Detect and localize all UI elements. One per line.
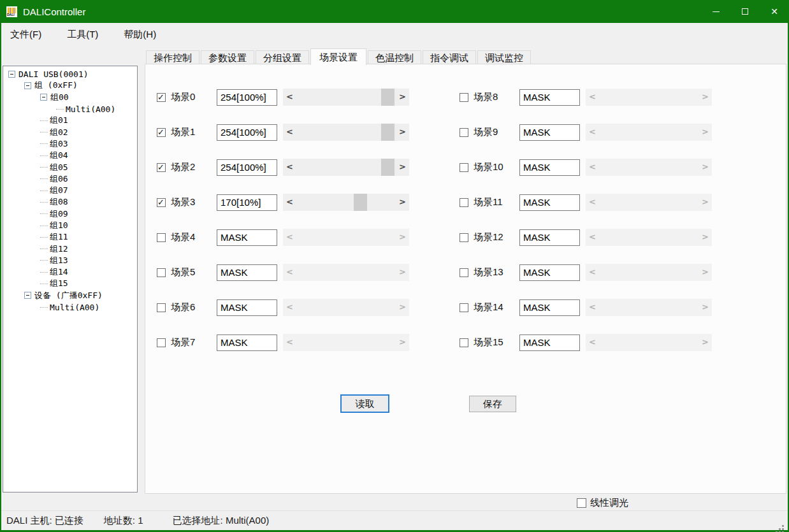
scene-value-input[interactable] [217, 194, 277, 211]
scene-row: 场景9<> [460, 124, 714, 141]
tree-expander-icon[interactable] [40, 94, 47, 101]
tree-item[interactable]: 组13 [3, 255, 137, 266]
scene-value-input[interactable] [519, 159, 580, 176]
scene-value-input[interactable] [519, 89, 580, 106]
scene-scrollbar[interactable]: <> [283, 194, 409, 211]
tab-parameter-settings[interactable]: 参数设置 [201, 50, 254, 64]
scrollbar-left-arrow-icon[interactable]: < [284, 124, 295, 141]
scene-checkbox[interactable] [460, 163, 468, 172]
scene-value-input[interactable] [519, 124, 580, 141]
tree-item[interactable]: 组14 [3, 266, 137, 278]
tree-expander-icon[interactable] [8, 71, 15, 78]
scene-checkbox[interactable] [460, 93, 468, 102]
tree-item[interactable]: 组 (0xFF) [3, 80, 137, 91]
scene-checkbox[interactable] [157, 303, 166, 312]
scrollbar-right-arrow-icon[interactable]: > [397, 124, 408, 141]
scene-checkbox[interactable] [460, 303, 468, 312]
scene-value-input[interactable] [217, 264, 277, 281]
scene-value-input[interactable] [217, 229, 277, 246]
scene-label: 场景4 [171, 231, 212, 243]
scene-scrollbar: <> [586, 334, 712, 351]
scene-checkbox[interactable] [460, 338, 468, 347]
menu-help[interactable]: 帮助(H) [117, 24, 163, 45]
scrollbar-thumb[interactable] [381, 159, 394, 176]
scene-value-input[interactable] [519, 264, 580, 281]
scene-scrollbar[interactable]: <> [283, 159, 409, 176]
tree-expander-icon[interactable] [24, 292, 31, 299]
tab-grouping-settings[interactable]: 分组设置 [256, 50, 309, 64]
scene-checkbox[interactable] [157, 268, 166, 277]
tree-item[interactable]: 组04 [3, 150, 137, 161]
scene-value-input[interactable] [519, 229, 580, 246]
tree-item[interactable]: 组08 [3, 196, 137, 208]
tree-item[interactable]: Multi(A00) [3, 103, 137, 115]
tree-item[interactable]: 设备 (广播0xFF) [3, 290, 137, 301]
tree-item[interactable]: 组00 [3, 92, 137, 103]
scene-value-input[interactable] [217, 89, 277, 106]
tab-debug-monitor[interactable]: 调试监控 [477, 50, 531, 64]
scene-checkbox[interactable] [460, 268, 468, 277]
scene-value-input[interactable] [217, 124, 277, 141]
linear-dimming-checkbox[interactable] [577, 498, 586, 508]
scene-value-input[interactable] [519, 334, 580, 351]
scene-value-input[interactable] [217, 334, 277, 351]
scene-label: 场景12 [474, 231, 514, 243]
scrollbar-thumb[interactable] [354, 194, 367, 211]
tab-color-temp-control[interactable]: 色温控制 [368, 50, 421, 64]
tree-item[interactable]: Multi(A00) [3, 301, 137, 313]
close-button[interactable]: ✕ [760, 0, 789, 23]
scrollbar-thumb[interactable] [381, 89, 394, 106]
scene-checkbox[interactable] [460, 198, 468, 207]
tab-operation-control[interactable]: 操作控制 [146, 50, 199, 64]
maximize-button[interactable] [730, 0, 760, 23]
scrollbar-right-arrow-icon[interactable]: > [397, 89, 408, 106]
resize-grip[interactable] [782, 525, 784, 527]
scrollbar-right-arrow-icon: > [397, 264, 408, 281]
tree-item[interactable]: 组10 [3, 220, 137, 231]
scrollbar-right-arrow-icon[interactable]: > [397, 194, 408, 211]
tree-item-label: 组12 [50, 243, 68, 255]
tree-item[interactable]: DALI USB(0001) [3, 68, 137, 80]
scene-value-input[interactable] [519, 194, 580, 211]
tab-scene-settings[interactable]: 场景设置 [310, 48, 366, 65]
scrollbar-left-arrow-icon[interactable]: < [284, 89, 295, 106]
menu-file[interactable]: 文件(F) [4, 24, 48, 45]
tab-strip: 操作控制参数设置分组设置场景设置色温控制指令调试调试监控 [146, 48, 532, 64]
scene-value-input[interactable] [519, 299, 580, 316]
scene-checkbox[interactable] [157, 128, 166, 137]
tree-item[interactable]: 组12 [3, 243, 137, 254]
scrollbar-left-arrow-icon[interactable]: < [284, 159, 295, 176]
minimize-button[interactable] [701, 0, 730, 23]
tree-item[interactable]: 组06 [3, 173, 137, 185]
tree-expander-icon[interactable] [24, 82, 31, 89]
scene-checkbox[interactable] [157, 233, 166, 242]
scene-checkbox[interactable] [460, 233, 468, 242]
scene-checkbox[interactable] [157, 198, 166, 207]
tree-item[interactable]: 组15 [3, 278, 137, 289]
scrollbar-right-arrow-icon[interactable]: > [397, 159, 408, 176]
scene-value-input[interactable] [217, 299, 277, 316]
title-bar[interactable]: DALI DALIController ✕ [0, 0, 789, 23]
scrollbar-thumb[interactable] [381, 124, 394, 141]
scene-checkbox[interactable] [157, 163, 166, 172]
tree-item[interactable]: 组11 [3, 231, 137, 243]
scene-value-input[interactable] [217, 159, 277, 176]
menu-tools[interactable]: 工具(T) [61, 24, 105, 45]
scene-checkbox[interactable] [460, 128, 468, 137]
save-button[interactable]: 保存 [469, 396, 516, 412]
scene-checkbox[interactable] [157, 93, 166, 102]
scrollbar-left-arrow-icon[interactable]: < [284, 194, 295, 211]
tree-item[interactable]: 组01 [3, 115, 137, 126]
tree-item[interactable]: 组03 [3, 138, 137, 150]
tree-item[interactable]: 组05 [3, 161, 137, 173]
tree-connector [40, 284, 48, 284]
scene-checkbox[interactable] [157, 338, 166, 347]
tab-command-debug[interactable]: 指令调试 [423, 50, 476, 64]
scene-scrollbar[interactable]: <> [283, 89, 409, 106]
tree-item[interactable]: 组02 [3, 126, 137, 138]
read-button[interactable]: 读取 [340, 394, 389, 413]
tree-item[interactable]: 组09 [3, 208, 137, 220]
tree-connector [40, 191, 48, 191]
scene-scrollbar[interactable]: <> [283, 124, 409, 141]
tree-item[interactable]: 组07 [3, 185, 137, 196]
